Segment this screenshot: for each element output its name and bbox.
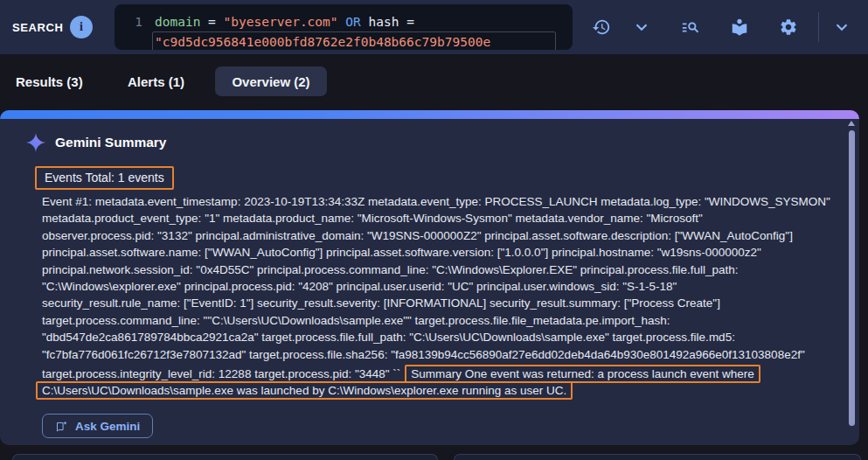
query-token: =	[200, 15, 223, 29]
settings-gear-icon[interactable]	[778, 17, 799, 38]
chevron-down-icon[interactable]	[831, 17, 852, 38]
event-text-segment: security_result.rule_name: ["EventID: 1"…	[42, 296, 720, 310]
history-icon[interactable]	[591, 17, 612, 38]
events-total-annotation: Events Total: 1 events	[35, 166, 174, 190]
event-text-line: metadata.product_event_type: "1" metadat…	[42, 212, 842, 228]
event-text-line: target.process.command_line: ""C:\Users\…	[42, 314, 842, 331]
event-text-line: observer.process.pid: "3132" principal.a…	[42, 229, 842, 246]
event-text-line: principal.network.session_id: "0x4D55C" …	[42, 263, 842, 280]
toolbar-divider	[818, 12, 819, 42]
results-tab-bar: Results (3) Alerts (1) Overview (2)	[0, 54, 868, 105]
event-text-segment: metadata.product_event_type: "1" metadat…	[42, 212, 703, 225]
event-text-line: security_result.rule_name: ["EventID: 1"…	[42, 296, 842, 313]
event-text-segment: target.process.command_line: ""C:\Users\…	[42, 314, 670, 327]
query-token: hash =	[361, 15, 414, 29]
annotation-highlight-box: Summary One event was returned: a proces…	[405, 365, 760, 383]
search-label: SEARCH	[12, 21, 64, 34]
event-text-segment: "dbd547de2ca861789784bbca2921ca2a" targe…	[42, 331, 735, 344]
event-text: Event #1: metadata.event_timestamp: 2023…	[42, 195, 842, 399]
line-number: 1	[115, 12, 155, 31]
query-line-2: "c9d5dc956841e000bfd8762e2f0b48b66c79b79…	[115, 31, 573, 50]
panel-scrollbar[interactable]	[848, 121, 856, 438]
event-text-line: target.process.integrity_level_rid: 1228…	[42, 365, 842, 381]
event-text-line: principal.asset.software.name: ["WWAN_Au…	[42, 246, 842, 262]
query-token: "byeserver.com"	[224, 15, 338, 29]
tab-alerts[interactable]: Alerts (1)	[112, 66, 200, 96]
scrollbar-thumb[interactable]	[849, 130, 855, 426]
event-text-segment: "C:\Windows\explorer.exe" principal.proc…	[42, 280, 677, 293]
event-text-line: Event #1: metadata.event_timestamp: 2023…	[42, 195, 842, 212]
query-token	[338, 15, 346, 29]
search-header: SEARCH i 1domain = "byeserver.com" OR ha…	[0, 0, 868, 54]
event-text-segment: "fc7bfa776d061fc26712f3e7807132ad" targe…	[42, 348, 805, 361]
event-text-line: "fc7bfa776d061fc26712f3e7807132ad" targe…	[42, 348, 842, 365]
panel-title: Gemini Summary	[55, 135, 167, 150]
info-icon[interactable]: i	[70, 16, 93, 38]
ask-gemini-button[interactable]: Ask Gemini	[42, 414, 153, 438]
ask-gemini-label: Ask Gemini	[75, 420, 140, 433]
query-line-1: 1domain = "byeserver.com" OR hash =	[115, 12, 573, 31]
event-text-segment: Event #1: metadata.event_timestamp: 2023…	[42, 195, 830, 208]
event-text-segment: target.process.integrity_level_rid: 1228…	[42, 367, 400, 380]
event-text-segment: principal.network.session_id: "0x4D55C" …	[42, 263, 739, 276]
query-token: domain	[155, 15, 200, 29]
query-token: OR	[345, 15, 360, 29]
event-text-line: "dbd547de2ca861789784bbca2921ca2a" targe…	[42, 331, 842, 347]
event-text-line: C:\Users\UC\Downloads\sample.exe was lau…	[42, 381, 842, 398]
query-editor[interactable]: 1domain = "byeserver.com" OR hash = "c9d…	[115, 4, 573, 50]
gemini-gradient-bar	[0, 110, 859, 119]
header-toolbar	[591, 0, 852, 54]
library-icon[interactable]	[729, 17, 750, 38]
event-text-segment: observer.process.pid: "3132" principal.a…	[42, 229, 793, 242]
bottom-card-right	[454, 454, 861, 460]
gemini-sparkle-icon	[26, 133, 45, 152]
tab-overview[interactable]: Overview (2)	[215, 66, 327, 96]
bottom-card-left	[12, 454, 438, 460]
event-text-line: "C:\Windows\explorer.exe" principal.proc…	[42, 280, 842, 296]
query-hash-value: "c9d5dc956841e000bfd8762e2f0b48b66c79b79…	[152, 31, 556, 50]
gemini-chat-icon	[55, 420, 68, 433]
event-text-segment: principal.asset.software.name: ["WWAN_Au…	[42, 246, 761, 259]
scroll-up-icon[interactable]	[848, 121, 855, 126]
manage-search-icon[interactable]	[680, 17, 701, 38]
gemini-summary-panel: Gemini Summary Events Total: 1 events Ev…	[0, 110, 859, 445]
annotation-highlight-box: C:\Users\UC\Downloads\sample.exe was lau…	[36, 381, 573, 400]
chevron-down-icon[interactable]	[631, 17, 652, 38]
tab-results[interactable]: Results (3)	[0, 66, 99, 96]
